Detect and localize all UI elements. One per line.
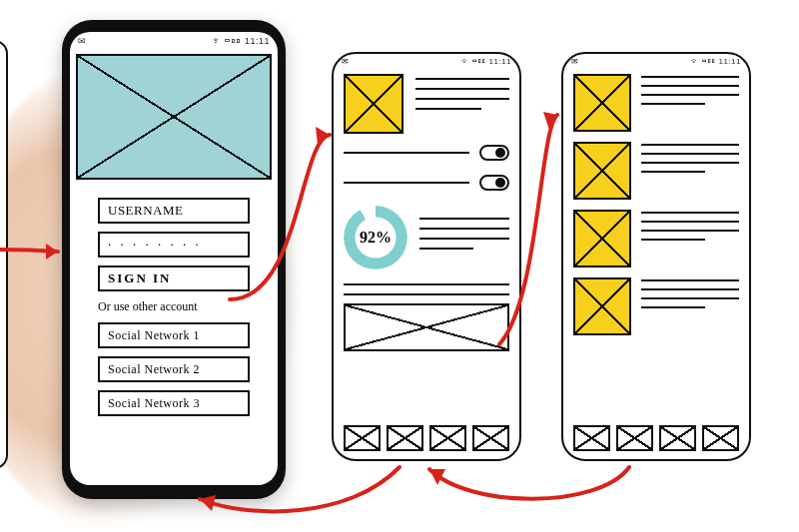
text-line [415, 98, 509, 100]
text-line [641, 230, 739, 232]
list-item[interactable] [573, 277, 739, 335]
progress-gauge: 92% [344, 206, 407, 269]
status-right: ᯤ ▭▯▯ 11:11 [691, 57, 741, 66]
text-line [641, 288, 739, 290]
text-line [641, 221, 739, 223]
text-line [641, 171, 705, 173]
thumb-placeholder [573, 142, 631, 200]
bottom-nav [344, 425, 509, 451]
text-line [344, 293, 509, 295]
nav-item-1[interactable] [573, 425, 610, 451]
screen-dashboard: ✉ ᯤ ▭▯▯ 11:11 [332, 52, 521, 461]
setting-label [344, 182, 469, 184]
social-login-3[interactable]: Social Network 3 [98, 390, 250, 416]
signin-button[interactable]: SIGN IN [98, 266, 250, 291]
text-line [641, 85, 739, 87]
thumb-placeholder [573, 74, 631, 132]
mail-icon: ✉ [78, 36, 86, 46]
svg-marker-2 [543, 112, 557, 130]
text-line [641, 212, 739, 214]
text-line [415, 78, 509, 80]
text-line [419, 248, 473, 250]
avatar-placeholder [344, 74, 403, 134]
text-line [641, 76, 739, 78]
password-field[interactable]: · · · · · · · · [98, 232, 250, 258]
toggle-switch-2[interactable] [479, 175, 509, 191]
text-line [419, 238, 509, 240]
nav-item-1[interactable] [344, 425, 381, 451]
bottom-nav [573, 425, 739, 451]
text-line [641, 103, 705, 105]
screen-signin: ✉ ᯤ ▭▯▯ 11:11 USERNAME · · · · · · · · S… [70, 32, 278, 485]
social-login-1[interactable]: Social Network 1 [98, 322, 250, 348]
mail-icon: ✉ [342, 57, 349, 66]
nav-item-4[interactable] [472, 425, 509, 451]
device-bezel: ✉ ᯤ ▭▯▯ 11:11 USERNAME · · · · · · · · S… [62, 20, 286, 499]
text-line [641, 279, 739, 281]
text-line [641, 144, 739, 146]
status-right: ᯤ ▭▯▯ 11:11 [213, 36, 270, 46]
text-line [641, 153, 739, 155]
text-line [419, 228, 509, 230]
screen-list: ✉ ᯤ ▭▯▯ 11:11 [561, 52, 751, 461]
text-line [415, 108, 481, 110]
profile-header [344, 74, 509, 134]
status-right: ᯤ ▭▯▯ 11:11 [461, 57, 511, 66]
nav-item-3[interactable] [659, 425, 696, 451]
text-line [641, 239, 705, 241]
wireflow-diagram: ✉ ᯤ ▭▯▯ 11:11 USERNAME · · · · · · · · S… [0, 0, 799, 532]
login-form: USERNAME · · · · · · · · SIGN IN Or use … [70, 180, 278, 416]
nav-item-3[interactable] [429, 425, 466, 451]
status-bar: ✉ ᯤ ▭▯▯ 11:11 [563, 54, 749, 68]
svg-marker-3 [429, 469, 445, 485]
list-item[interactable] [573, 74, 739, 132]
status-bar: ✉ ᯤ ▭▯▯ 11:11 [70, 32, 278, 50]
text-line [344, 283, 509, 285]
hero-image-placeholder [76, 54, 272, 180]
thumb-placeholder [573, 210, 631, 267]
text-line [415, 88, 509, 90]
list [563, 68, 749, 335]
text-line [419, 218, 509, 220]
nav-item-2[interactable] [616, 425, 653, 451]
setting-label [344, 152, 469, 154]
prev-screen-edge [0, 40, 8, 469]
toggle-switch-1[interactable] [479, 145, 509, 161]
mail-icon: ✉ [571, 57, 578, 66]
social-login-2[interactable]: Social Network 2 [98, 356, 250, 382]
text-line [641, 297, 739, 299]
text-line [641, 94, 739, 96]
status-bar: ✉ ᯤ ▭▯▯ 11:11 [334, 54, 519, 68]
progress-row: 92% [344, 206, 509, 269]
nav-item-2[interactable] [387, 425, 423, 451]
setting-row [344, 142, 509, 164]
progress-value: 92% [344, 206, 407, 269]
or-label: Or use other account [98, 299, 250, 314]
svg-marker-1 [316, 127, 330, 145]
setting-row [344, 172, 509, 194]
nav-item-4[interactable] [702, 425, 739, 451]
thumb-placeholder [573, 277, 631, 335]
username-field[interactable]: USERNAME [98, 198, 250, 224]
text-line [641, 162, 739, 164]
list-item[interactable] [573, 210, 739, 267]
banner-placeholder[interactable] [344, 303, 509, 351]
list-item[interactable] [573, 142, 739, 200]
text-line [641, 306, 705, 308]
